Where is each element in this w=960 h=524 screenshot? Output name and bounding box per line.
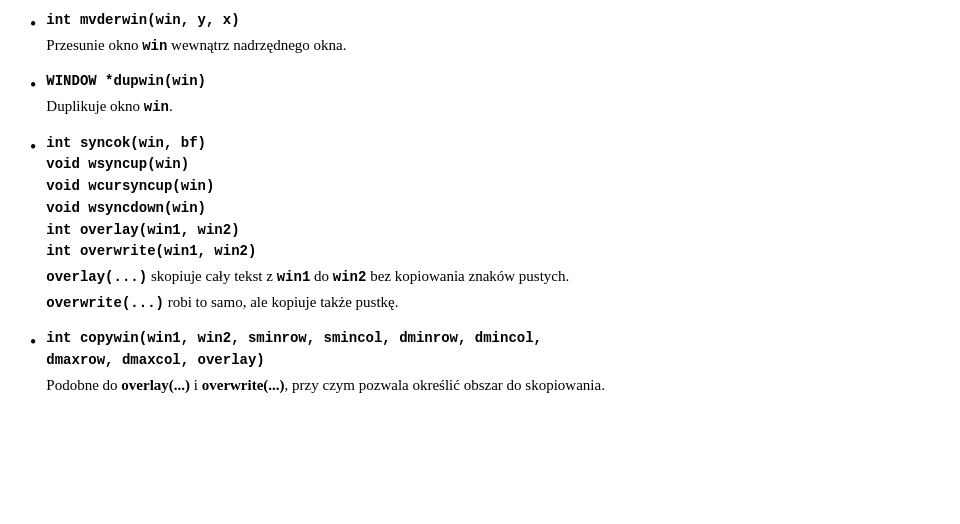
section-copywin: • int copywin(win1, win2, sminrow, sminc… — [30, 328, 930, 397]
bullet-copywin: • — [30, 329, 36, 357]
code-copywin-line1: int copywin(win1, win2, sminrow, smincol… — [46, 328, 930, 350]
code-overwrite: int overwrite(win1, win2) — [46, 241, 930, 263]
section-dupwin: • WINDOW *dupwin(win) Duplikuje okno win… — [30, 71, 930, 118]
bold-overlay: overlay(...) — [121, 377, 190, 393]
content-mvderwin: int mvderwin(win, y, x) Przesunie okno w… — [46, 10, 930, 57]
desc-copywin: Podobne do overlay(...) i overwrite(...)… — [46, 374, 930, 397]
desc-overlay: overlay(...) skopiuje cały tekst z win1 … — [46, 265, 930, 289]
bullet-dupwin: • — [30, 72, 36, 100]
code-wsyncup: void wsyncup(win) — [46, 154, 930, 176]
section-syncok: • int syncok(win, bf) void wsyncup(win) … — [30, 133, 930, 315]
desc-mvderwin: Przesunie okno win wewnątrz nadrzędnego … — [46, 34, 930, 58]
desc-overwrite: overwrite(...) robi to samo, ale kopiuje… — [46, 291, 930, 315]
content-copywin: int copywin(win1, win2, sminrow, smincol… — [46, 328, 930, 397]
code-inline-win2-dst: win2 — [333, 269, 367, 285]
bullet-syncok: • — [30, 134, 36, 162]
code-mvderwin: int mvderwin(win, y, x) — [46, 10, 930, 32]
code-syncok: int syncok(win, bf) — [46, 133, 930, 155]
code-overlay: int overlay(win1, win2) — [46, 220, 930, 242]
bullet-mvderwin: • — [30, 11, 36, 39]
code-inline-win1-src: win1 — [277, 269, 311, 285]
code-inline-win1: win — [142, 38, 167, 54]
bold-overwrite: overwrite(...) — [202, 377, 285, 393]
code-inline-win2: win — [144, 99, 169, 115]
code-wsyncdown: void wsyncdown(win) — [46, 198, 930, 220]
content-dupwin: WINDOW *dupwin(win) Duplikuje okno win. — [46, 71, 930, 118]
code-copywin-line2: dmaxrow, dmaxcol, overlay) — [46, 350, 930, 372]
code-inline-overlay: overlay(...) — [46, 269, 147, 285]
code-dupwin: WINDOW *dupwin(win) — [46, 71, 930, 93]
content-syncok: int syncok(win, bf) void wsyncup(win) vo… — [46, 133, 930, 315]
code-inline-overwrite: overwrite(...) — [46, 295, 164, 311]
code-wcursyncup: void wcursyncup(win) — [46, 176, 930, 198]
desc-dupwin: Duplikuje okno win. — [46, 95, 930, 119]
section-mvderwin: • int mvderwin(win, y, x) Przesunie okno… — [30, 10, 930, 57]
